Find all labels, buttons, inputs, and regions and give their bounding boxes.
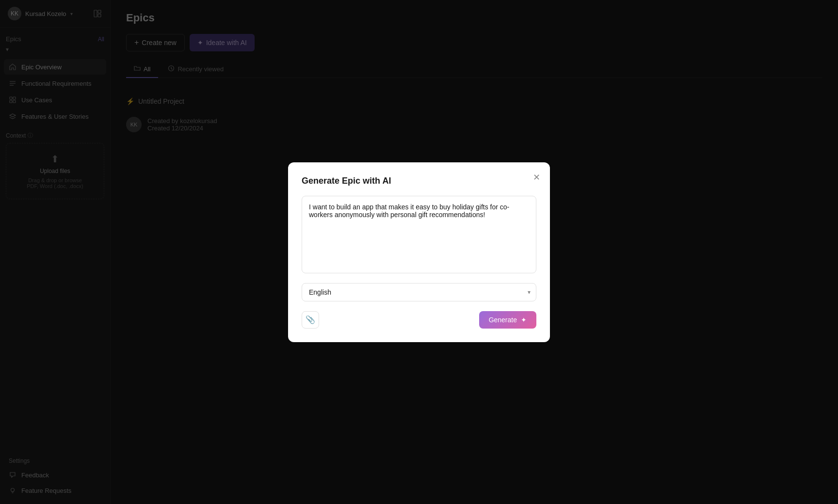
generate-button[interactable]: Generate ✦ — [479, 311, 536, 329]
wand-icon: ✦ — [521, 316, 527, 324]
paperclip-icon: 📎 — [306, 315, 315, 324]
language-select[interactable]: English Spanish French German Turkish — [302, 283, 536, 301]
epic-description-input[interactable]: I want to build an app that makes it eas… — [302, 196, 536, 273]
modal-footer: 📎 Generate ✦ — [302, 311, 536, 329]
modal-close-button[interactable]: ✕ — [533, 172, 540, 183]
modal-title: Generate Epic with AI — [302, 176, 536, 186]
attach-button[interactable]: 📎 — [302, 311, 319, 329]
language-selector-row: English Spanish French German Turkish ▾ — [302, 283, 536, 301]
modal-overlay: Generate Epic with AI ✕ I want to build … — [0, 0, 838, 504]
language-select-wrapper: English Spanish French German Turkish ▾ — [302, 283, 536, 301]
close-icon: ✕ — [533, 172, 540, 183]
main-content: Epics + Create new ✦ Ideate with AI All — [111, 0, 838, 504]
generate-epic-modal: Generate Epic with AI ✕ I want to build … — [288, 162, 550, 342]
generate-label: Generate — [489, 316, 517, 324]
